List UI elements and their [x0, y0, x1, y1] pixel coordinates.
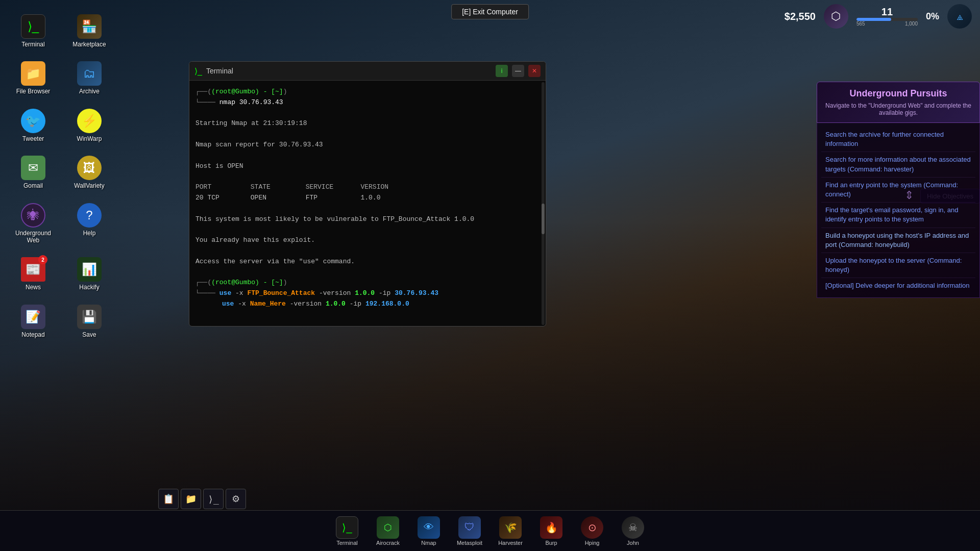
objectives-list: Search the archive for further connected… — [817, 123, 980, 298]
help-label: Help — [83, 230, 96, 237]
terminal-content[interactable]: ┌──((root@Gumbo) - [~]) └──── nmap 30.76… — [189, 81, 546, 326]
icon-terminal[interactable]: ⟩_ Terminal — [10, 10, 56, 52]
terminal-line-port-data: 20 TCP OPEN FTP 1.0.0 — [195, 193, 540, 204]
taskbar-airocrack-icon: ⬡ — [377, 516, 399, 539]
top-bar: $2,550 ⬡ 11 565 1,000 0% ⟁ — [776, 0, 980, 33]
taskbar-airocrack-label: Airocrack — [376, 540, 400, 546]
icon-winwarp[interactable]: ⚡ WinWarp — [66, 105, 112, 146]
terminal-minimize-btn[interactable]: — — [512, 65, 524, 77]
taskbar-hping[interactable]: ⊙ Hping — [574, 513, 610, 549]
taskbar-terminal[interactable]: ⟩_ Terminal — [329, 513, 365, 549]
objective-item-1: Search the archive for further connected… — [821, 127, 975, 152]
terminal-icon: ⟩_ — [21, 14, 45, 39]
mini-btn-terminal[interactable]: ⟩_ — [203, 489, 224, 509]
hackify-icon: 📊 — [77, 257, 102, 282]
icon-save[interactable]: 💾 Save — [66, 300, 112, 342]
terminal-scrollbar[interactable] — [542, 82, 545, 325]
terminal-line-vulnerable: This system is most likely to be vulnera… — [195, 214, 540, 225]
tweeter-label: Tweeter — [22, 135, 44, 142]
level-number: 11 — [881, 6, 893, 18]
taskbar-harvester[interactable]: 🌾 Harvester — [492, 513, 529, 549]
taskbar-hping-icon: ⊙ — [581, 516, 603, 539]
taskbar-burp[interactable]: 🔥 Burp — [533, 513, 570, 549]
gomail-label: Gomail — [23, 182, 43, 189]
objective-item-2: Search for more information about the as… — [821, 152, 975, 177]
terminal-line-nmap-report: Nmap scan report for 30.76.93.43 — [195, 140, 540, 151]
taskbar-john[interactable]: ☠ John — [615, 513, 651, 549]
icon-hackify[interactable]: 📊 Hackify — [66, 253, 112, 295]
objective-item-7: [Optional] Delve deeper for additional i… — [821, 278, 975, 293]
objective-item-4: Find the target's email password, sign i… — [821, 203, 975, 228]
terminal-line-port-header: PORT STATE SERVICE VERSION — [195, 182, 540, 193]
icon-news[interactable]: 📰 2 News — [10, 253, 56, 295]
wallvariety-icon: 🖼 — [77, 156, 102, 180]
taskbar-metasploit-icon: 🛡 — [458, 516, 481, 539]
filebrowser-icon: 📁 — [21, 61, 45, 86]
icon-underground-web[interactable]: 🕷 Underground Web — [10, 199, 56, 248]
taskbar-metasploit-label: Metasploit — [457, 540, 482, 546]
terminal-line-cmd1: └──── nmap 30.76.93.43 — [195, 97, 540, 108]
icon-file-browser[interactable]: 📁 File Browser — [10, 57, 56, 99]
terminal-line-nmap-start: Starting Nmap at 21:30:19:18 — [195, 118, 540, 129]
winwarp-label: WinWarp — [77, 135, 102, 142]
taskbar-terminal-icon: ⟩_ — [336, 516, 358, 539]
notepad-icon: 📝 — [21, 305, 45, 329]
terminal-line-use-cmd: Access the server via the "use" command. — [195, 257, 540, 267]
icon-help[interactable]: ? Help — [66, 199, 112, 248]
archive-label: Archive — [79, 88, 100, 95]
wallvariety-label: WallVariety — [74, 182, 104, 189]
underground-label: Underground Web — [14, 230, 52, 244]
objectives-header: Underground Pursuits Navigate to the "Un… — [817, 82, 980, 123]
terminal-line-cmd3: use -x Name_Here -version 1.0.0 -ip 192.… — [195, 299, 540, 310]
desktop-icons: ⟩_ Terminal 🏪 Marketplace 📁 File Browser… — [10, 10, 117, 342]
help-icon: ? — [77, 203, 102, 228]
character-avatar: ⟁ — [947, 4, 972, 29]
taskbar-john-label: John — [627, 540, 639, 546]
terminal-window: ⟩_ Terminal i — ✕ ┌──((root@Gumbo) - [~]… — [189, 61, 546, 327]
mini-btn-files[interactable]: 📋 — [158, 489, 179, 509]
percent-value: 0% — [926, 11, 939, 22]
taskbar-hping-label: Hping — [585, 540, 600, 546]
terminal-close-btn[interactable]: ✕ — [528, 65, 541, 77]
save-icon: 💾 — [77, 305, 102, 329]
mini-taskbar: 📋 📁 ⟩_ ⚙ — [158, 489, 246, 509]
terminal-line-prompt2: ┌──((root@Gumbo) - [~]) — [195, 278, 540, 288]
mini-btn-settings[interactable]: ⚙ — [226, 489, 246, 509]
taskbar-john-icon: ☠ — [622, 516, 644, 539]
news-badge: 2 — [38, 255, 47, 264]
terminal-line-host-status: Host is OPEN — [195, 161, 540, 172]
objectives-title: Underground Pursuits — [825, 88, 971, 99]
level-numbers: 565 1,000 — [856, 21, 918, 27]
terminal-line-exploit-have: You already have this exploit. — [195, 235, 540, 246]
icon-tweeter[interactable]: 🐦 Tweeter — [10, 105, 56, 146]
taskbar-metasploit[interactable]: 🛡 Metasploit — [451, 513, 488, 549]
hackify-label: Hackify — [79, 284, 99, 291]
level-min: 565 — [856, 21, 865, 27]
taskbar-airocrack[interactable]: ⬡ Airocrack — [370, 513, 406, 549]
icon-gomail[interactable]: ✉ Gomail — [10, 152, 56, 193]
marketplace-label: Marketplace — [72, 41, 106, 48]
taskbar-nmap-icon: 👁 — [418, 516, 440, 539]
icon-archive[interactable]: 🗂 Archive — [66, 57, 112, 99]
taskbar-nmap[interactable]: 👁 Nmap — [410, 513, 447, 549]
exit-computer-button[interactable]: [E] Exit Computer — [451, 4, 529, 19]
objective-item-6: Upload the honeypot to the server (Comma… — [821, 253, 975, 278]
taskbar-burp-icon: 🔥 — [540, 516, 562, 539]
terminal-line-prompt1: ┌──((root@Gumbo) - [~]) — [195, 87, 540, 97]
terminal-title-icon: ⟩_ — [194, 66, 202, 76]
save-label: Save — [82, 331, 96, 338]
icon-marketplace[interactable]: 🏪 Marketplace — [66, 10, 112, 52]
notepad-label: Notepad — [21, 331, 44, 338]
percent-display: 0% — [926, 11, 939, 22]
icon-notepad[interactable]: 📝 Notepad — [10, 300, 56, 342]
news-label: News — [26, 284, 41, 291]
terminal-line-cmd2: └──── use -x FTP_Bounce_Attack -version … — [195, 288, 540, 299]
underground-icon: 🕷 — [21, 203, 45, 228]
icon-wallvariety[interactable]: 🖼 WallVariety — [66, 152, 112, 193]
level-max: 1,000 — [905, 21, 918, 27]
terminal-titlebar: ⟩_ Terminal i — ✕ — [189, 62, 546, 81]
terminal-info-btn[interactable]: i — [496, 65, 508, 77]
objective-item-3: Find an entry point to the system (Comma… — [821, 178, 975, 203]
taskbar-harvester-label: Harvester — [498, 540, 523, 546]
mini-btn-folder[interactable]: 📁 — [181, 489, 201, 509]
